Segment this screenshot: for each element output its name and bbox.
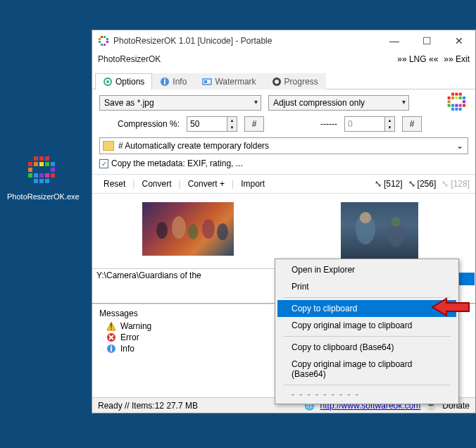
svg-rect-15 <box>34 179 38 183</box>
svg-rect-48 <box>463 104 465 107</box>
tab-options-label: Options <box>115 77 144 87</box>
svg-rect-18 <box>101 36 103 38</box>
svg-rect-13 <box>45 173 49 178</box>
svg-point-27 <box>106 80 109 83</box>
status-text: Ready // Items:12 27.7 MB <box>98 401 299 411</box>
svg-rect-23 <box>106 41 108 43</box>
menu-copy-base64[interactable]: Copy to clipboard (Base64) <box>277 339 456 356</box>
svg-rect-10 <box>28 173 32 178</box>
resize-icon: ⤡ <box>375 179 382 189</box>
menu-separator <box>283 297 451 298</box>
menu-print[interactable]: Print <box>277 278 456 295</box>
svg-text:i: i <box>164 77 166 87</box>
menu-copy-original-base64[interactable]: Copy original image to clipboard (Base64… <box>277 356 456 382</box>
desktop-shortcut[interactable]: PhotoResizerOK.exe <box>7 154 77 201</box>
warning-icon: ! <box>106 321 116 331</box>
svg-rect-21 <box>106 38 108 40</box>
compression-input[interactable]: 50 ▲▼ <box>187 116 237 132</box>
menu-open-in-explorer[interactable]: Open in Explorer <box>277 261 456 278</box>
menu-more[interactable]: - - - - - - - - - <box>277 387 456 402</box>
tab-info[interactable]: i Info <box>152 73 194 89</box>
svg-rect-41 <box>463 97 465 99</box>
svg-rect-24 <box>101 44 103 46</box>
svg-rect-40 <box>459 97 462 99</box>
svg-rect-51 <box>459 108 462 111</box>
gear-icon <box>103 77 113 87</box>
progress-icon <box>272 77 282 87</box>
minimize-button[interactable]: — <box>378 30 411 51</box>
svg-rect-34 <box>451 93 454 96</box>
svg-rect-17 <box>45 179 49 183</box>
convert-plus-button[interactable]: Convert + <box>182 178 230 190</box>
svg-point-55 <box>202 219 215 239</box>
menu-copy-original-to-clipboard[interactable]: Copy original image to clipboard <box>277 317 456 334</box>
spinner-icon[interactable]: ▲▼ <box>227 117 237 131</box>
svg-rect-16 <box>39 179 44 183</box>
size-input[interactable]: 0 ▲▼ <box>344 116 395 132</box>
hash-button-1[interactable]: # <box>244 116 264 132</box>
svg-rect-44 <box>448 104 451 107</box>
exit-menu[interactable]: »» Exit <box>444 54 470 64</box>
thumbnail-item[interactable]: Y:\Camera\Guardians of the <box>92 194 284 303</box>
tab-options[interactable]: Options <box>95 73 152 89</box>
svg-rect-11 <box>34 173 38 178</box>
svg-rect-2 <box>45 156 49 161</box>
size-dash-label: ------ <box>320 119 337 129</box>
svg-point-54 <box>188 224 198 239</box>
copy-metadata-checkbox[interactable]: ✓ <box>99 159 108 168</box>
convert-button[interactable]: Convert <box>136 178 177 190</box>
size-128-button[interactable]: ⤡[128] <box>441 179 470 189</box>
tab-watermark[interactable]: Watermark <box>194 73 263 89</box>
thumbnail-caption: Y:\Camera\Guardians of the <box>92 268 283 282</box>
compression-mode-select[interactable]: Adjust compression only <box>268 95 409 111</box>
tabbar: Options i Info Watermark Progress <box>92 70 475 89</box>
import-button[interactable]: Import <box>235 178 270 190</box>
svg-rect-49 <box>451 108 454 111</box>
hash-button-2[interactable]: # <box>402 116 422 132</box>
tab-progress[interactable]: Progress <box>264 73 326 89</box>
reset-button[interactable]: Reset <box>98 178 131 190</box>
svg-rect-47 <box>459 104 462 107</box>
actionbar: Reset | Convert | Convert + | Import ⤡[5… <box>92 174 475 194</box>
svg-rect-6 <box>45 162 49 166</box>
size-512-button[interactable]: ⤡[512] <box>375 179 403 189</box>
menubar: PhotoResizerOK »» LNG «« »» Exit <box>92 51 475 67</box>
svg-rect-4 <box>34 162 38 166</box>
svg-rect-8 <box>28 168 32 172</box>
app-logo-corner-icon[interactable] <box>446 91 468 113</box>
annotation-arrow-icon <box>431 297 470 318</box>
svg-rect-39 <box>455 97 458 99</box>
menu-separator <box>283 385 451 385</box>
svg-point-53 <box>172 216 186 239</box>
size-256-button[interactable]: ⤡[256] <box>408 179 437 189</box>
svg-rect-43 <box>463 100 465 103</box>
svg-rect-36 <box>459 93 462 96</box>
app-name-label: PhotoResizerOK <box>98 54 392 64</box>
window-title: PhotoResizerOK 1.01 [Unicode] - Portable <box>113 36 378 46</box>
thumbnail-image <box>142 202 234 256</box>
desktop-icon-label: PhotoResizerOK.exe <box>7 192 77 201</box>
svg-marker-66 <box>432 299 469 316</box>
svg-point-58 <box>360 212 371 223</box>
svg-rect-42 <box>448 100 451 103</box>
output-folder-select[interactable]: # Automatically create temporary folders <box>99 137 468 154</box>
close-button[interactable]: ✕ <box>443 30 475 51</box>
save-as-select[interactable]: Save as *.jpg <box>99 95 261 111</box>
app-logo-icon <box>25 154 59 187</box>
titlebar[interactable]: PhotoResizerOK 1.01 [Unicode] - Portable… <box>92 30 475 51</box>
compression-label: Compression %: <box>118 119 180 129</box>
tab-progress-label: Progress <box>284 77 318 87</box>
menu-copy-to-clipboard[interactable]: Copy to clipboard <box>277 300 456 317</box>
spinner-icon[interactable]: ▲▼ <box>384 117 394 131</box>
watermark-icon <box>202 77 212 87</box>
svg-text:i: i <box>110 344 112 354</box>
maximize-button[interactable]: ☐ <box>411 30 443 51</box>
svg-rect-1 <box>39 156 44 161</box>
lng-menu[interactable]: »» LNG «« <box>397 54 438 64</box>
svg-rect-46 <box>455 104 458 107</box>
tab-watermark-label: Watermark <box>215 77 256 87</box>
svg-rect-12 <box>39 173 44 178</box>
svg-text:!: ! <box>110 322 112 332</box>
folder-icon <box>103 141 114 151</box>
svg-rect-35 <box>455 93 458 96</box>
